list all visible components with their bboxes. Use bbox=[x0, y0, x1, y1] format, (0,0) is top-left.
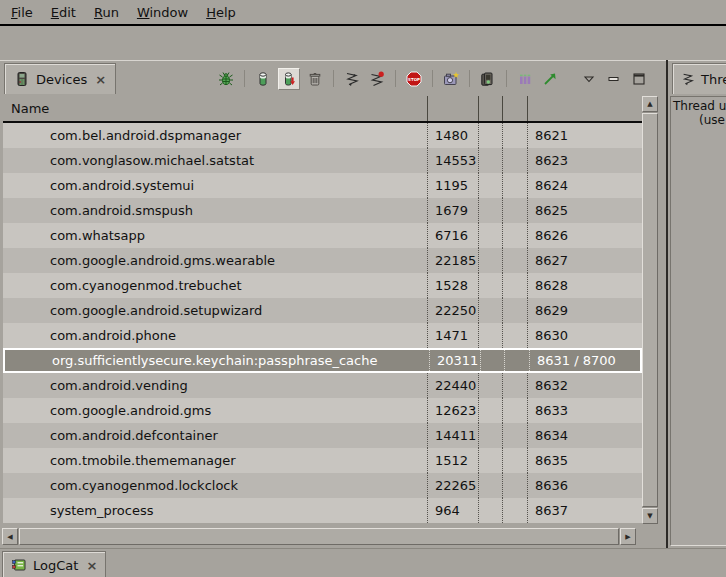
process-port-cell: 8631 / 8700 bbox=[530, 350, 640, 371]
column-header-name[interactable]: Name bbox=[3, 96, 428, 121]
toolbar-separator bbox=[333, 70, 334, 87]
process-name-cell: com.android.systemui bbox=[3, 173, 428, 198]
table-row[interactable]: com.vonglasow.michael.satstat145538623 bbox=[3, 148, 642, 173]
cause-gc-icon[interactable] bbox=[305, 69, 325, 89]
toolbar-separator bbox=[432, 70, 433, 87]
process-name-cell: com.vonglasow.michael.satstat bbox=[3, 148, 428, 173]
empty-cell bbox=[503, 398, 528, 423]
threads-message-line2: (use toolbar button to enable) bbox=[671, 113, 726, 127]
process-name-cell: com.cyanogenmod.lockclock bbox=[3, 473, 428, 498]
vertical-scrollbar-thumb[interactable] bbox=[642, 113, 658, 507]
scroll-right-icon[interactable]: ▶ bbox=[620, 528, 636, 545]
tab-threads[interactable]: Threads bbox=[672, 63, 726, 94]
menu-item-help[interactable]: Help bbox=[197, 2, 245, 23]
tab-logcat-label: LogCat bbox=[33, 558, 78, 573]
horizontal-scrollbar[interactable]: ◀ ▶ bbox=[2, 528, 636, 545]
table-row[interactable]: com.google.android.gms.wearable221858627 bbox=[3, 248, 642, 273]
table-row[interactable]: com.bel.android.dspmanager14808621 bbox=[3, 123, 642, 148]
table-row[interactable]: com.android.vending224408632 bbox=[3, 373, 642, 398]
devices-tab-bar: Devices × bbox=[0, 61, 666, 96]
column-header-empty-1[interactable] bbox=[479, 96, 503, 121]
process-port-cell: 8636 bbox=[528, 473, 642, 498]
update-heap-icon[interactable] bbox=[253, 69, 273, 89]
column-header-empty-2[interactable] bbox=[503, 96, 528, 121]
process-name-cell: com.tmobile.thememanager bbox=[3, 448, 428, 473]
scroll-down-icon[interactable]: ▼ bbox=[642, 508, 658, 524]
process-name-cell: com.android.defcontainer bbox=[3, 423, 428, 448]
table-row[interactable]: com.tmobile.thememanager15128635 bbox=[3, 448, 642, 473]
menu-item-file[interactable]: File bbox=[2, 2, 42, 23]
screen-capture-icon[interactable] bbox=[441, 69, 461, 89]
start-tracing-icon[interactable] bbox=[540, 69, 560, 89]
devices-panel: Devices × bbox=[0, 60, 666, 548]
horizontal-scrollbar-thumb[interactable] bbox=[19, 528, 619, 545]
process-name-cell: com.android.vending bbox=[3, 373, 428, 398]
table-row[interactable]: com.android.defcontainer144118634 bbox=[3, 423, 642, 448]
close-icon[interactable]: × bbox=[86, 558, 97, 573]
tab-devices[interactable]: Devices × bbox=[4, 63, 116, 94]
table-row[interactable]: org.sufficientlysecure.keychain:passphra… bbox=[3, 348, 642, 373]
table-row[interactable]: com.google.android.setupwizard222508629 bbox=[3, 298, 642, 323]
view-menu-icon[interactable] bbox=[579, 69, 599, 89]
empty-cell bbox=[481, 350, 505, 371]
sysinfo-icon[interactable] bbox=[515, 69, 535, 89]
menu-item-run[interactable]: Run bbox=[85, 2, 128, 23]
process-name-cell: system_process bbox=[3, 498, 428, 523]
empty-cell bbox=[479, 498, 503, 523]
empty-cell bbox=[503, 298, 528, 323]
process-table-header: Name bbox=[3, 96, 642, 123]
table-row[interactable]: com.android.phone14718630 bbox=[3, 323, 642, 348]
process-port-cell: 8634 bbox=[528, 423, 642, 448]
start-method-profiling-icon[interactable] bbox=[367, 69, 387, 89]
process-port-cell: 8625 bbox=[528, 198, 642, 223]
empty-cell bbox=[503, 148, 528, 173]
logcat-icon bbox=[11, 557, 27, 573]
table-row[interactable]: com.android.smspush16798625 bbox=[3, 198, 642, 223]
empty-cell bbox=[479, 398, 503, 423]
process-pid-cell: 964 bbox=[428, 498, 479, 523]
table-row[interactable]: com.cyanogenmod.trebuchet15288628 bbox=[3, 273, 642, 298]
dump-hprof-icon[interactable] bbox=[278, 68, 300, 90]
table-row[interactable]: com.google.android.gms126238633 bbox=[3, 398, 642, 423]
menu-item-edit[interactable]: Edit bbox=[42, 2, 85, 23]
empty-cell bbox=[479, 223, 503, 248]
vertical-scrollbar[interactable]: ▲ ▼ bbox=[642, 96, 658, 524]
empty-cell bbox=[503, 498, 528, 523]
tab-devices-label: Devices bbox=[36, 72, 87, 87]
empty-cell bbox=[479, 423, 503, 448]
debug-process-icon[interactable] bbox=[216, 69, 236, 89]
table-row[interactable]: com.cyanogenmod.lockclock222658636 bbox=[3, 473, 642, 498]
ddms-window: FileEditRunWindowHelp Devices × bbox=[0, 0, 726, 577]
empty-cell bbox=[479, 123, 503, 148]
column-header-pid[interactable] bbox=[428, 96, 479, 121]
process-name-cell: com.google.android.gms.wearable bbox=[3, 248, 428, 273]
empty-cell bbox=[479, 323, 503, 348]
empty-cell bbox=[505, 350, 530, 371]
empty-cell bbox=[479, 373, 503, 398]
process-pid-cell: 22440 bbox=[428, 373, 479, 398]
capture-device-icon[interactable] bbox=[478, 69, 498, 89]
table-row[interactable]: com.whatsapp67168626 bbox=[3, 223, 642, 248]
minimize-icon[interactable] bbox=[604, 69, 624, 89]
empty-cell bbox=[503, 323, 528, 348]
table-row[interactable]: com.android.systemui11958624 bbox=[3, 173, 642, 198]
maximize-icon[interactable] bbox=[629, 69, 649, 89]
menu-item-window[interactable]: Window bbox=[128, 2, 197, 23]
threads-icon bbox=[681, 72, 695, 86]
empty-cell bbox=[479, 298, 503, 323]
stop-process-icon[interactable]: STOP bbox=[404, 69, 424, 89]
main-toolbar-empty bbox=[0, 28, 726, 59]
scroll-left-icon[interactable]: ◀ bbox=[2, 528, 18, 545]
empty-cell bbox=[479, 148, 503, 173]
toolbar-separator bbox=[469, 70, 470, 87]
tab-logcat[interactable]: LogCat × bbox=[2, 551, 106, 577]
column-header-port[interactable] bbox=[528, 96, 642, 121]
empty-cell bbox=[503, 423, 528, 448]
toolbar-separator bbox=[395, 70, 396, 87]
close-icon[interactable]: × bbox=[95, 72, 106, 87]
update-threads-icon[interactable] bbox=[342, 69, 362, 89]
process-port-cell: 8627 bbox=[528, 248, 642, 273]
empty-cell bbox=[503, 448, 528, 473]
scroll-up-icon[interactable]: ▲ bbox=[642, 96, 658, 112]
table-row[interactable]: system_process9648637 bbox=[3, 498, 642, 523]
